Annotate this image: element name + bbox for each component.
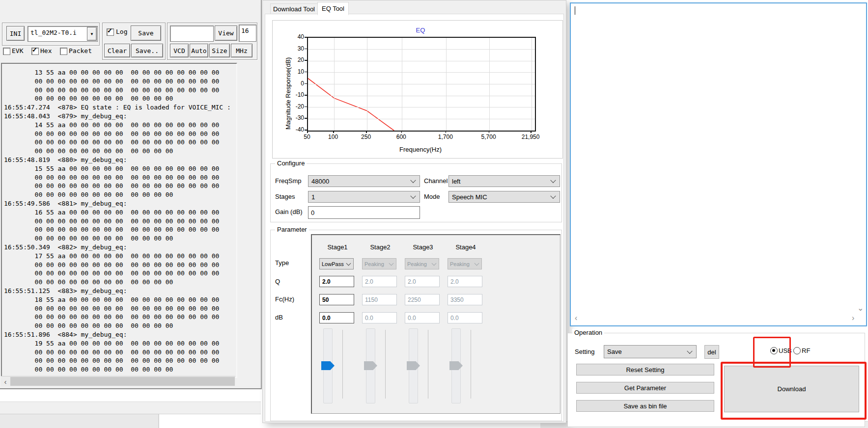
chart-gridline [334, 38, 335, 131]
freqsmp-value: 48000 [311, 178, 329, 185]
hex-checkbox-label: Hex [40, 47, 52, 54]
reset-setting-button[interactable]: Reset Setting [576, 364, 714, 375]
chart-title: EQ [307, 27, 534, 34]
scrollbar-thumb[interactable] [10, 377, 235, 386]
check-icon: ✓ [107, 27, 112, 34]
mode-dropdown[interactable]: Speech MIC [448, 191, 560, 203]
setting-dropdown[interactable]: Save [604, 345, 697, 358]
log-line: 00 00 00 00 00 00 00 00 00 00 00 00 [4, 94, 231, 103]
download-button[interactable]: Download [724, 366, 859, 412]
usb-radio[interactable] [770, 347, 778, 354]
stage-db-input[interactable]: 0.0 [319, 312, 354, 323]
stage-type-dropdown: Peaking [362, 258, 396, 269]
mhz-button[interactable]: MHz [231, 44, 252, 57]
log-checkbox[interactable]: ✓ [107, 28, 114, 36]
vcd-button[interactable]: VCD [170, 44, 189, 57]
log-line: 00 00 00 00 00 00 00 00 00 00 00 00 00 0… [4, 313, 231, 321]
log-line: 00 00 00 00 00 00 00 00 00 00 00 00 [4, 190, 231, 199]
del-button[interactable]: del [704, 345, 719, 359]
scroll-down-icon[interactable]: ⌄ [857, 304, 864, 312]
view-button[interactable]: View [215, 26, 237, 41]
auto-button[interactable]: Auto [190, 44, 208, 57]
chart-gridline [308, 107, 535, 107]
rf-radio[interactable] [793, 347, 801, 354]
slider-tick-line [342, 330, 343, 399]
save-as-button[interactable]: Save.. [131, 44, 163, 57]
setting-value: Save [607, 348, 622, 355]
log-line: 00 00 00 00 00 00 00 00 00 00 00 00 [4, 234, 231, 243]
chart-gridline [308, 49, 535, 50]
stage-fc-input: 2250 [405, 294, 440, 305]
chevron-down-icon [550, 193, 556, 199]
chevron-down-icon [550, 178, 556, 183]
serial-log-window: INI tl_02M2-T0.i ▼ ✓ EVK ✓ Hex ✓ Packet … [0, 0, 262, 389]
tab-download-tool[interactable]: Download Tool [270, 3, 318, 15]
log-line: 00 00 00 00 00 00 00 00 00 00 00 00 00 0… [4, 130, 231, 138]
gain-label: Gain (dB) [275, 208, 303, 215]
chart-y-tick-label: -10 [284, 91, 304, 98]
stage-type-value: LowPass [322, 261, 344, 267]
log-line: 00 00 00 00 00 00 00 00 00 00 00 00 00 0… [4, 138, 231, 147]
clear-button[interactable]: Clear [104, 44, 130, 57]
stage-fc-input[interactable]: 50 [319, 294, 354, 305]
scroll-left-icon[interactable]: ‹ [575, 314, 577, 322]
chart-y-tick-mark [305, 118, 307, 119]
log-line: 00 00 00 00 00 00 00 00 00 00 00 00 [4, 365, 231, 374]
stage-db-input: 0.0 [362, 312, 397, 323]
background-window-strip [0, 401, 261, 414]
scroll-right-icon[interactable]: › [852, 314, 854, 322]
chevron-down-icon [687, 348, 692, 353]
packet-checkbox-label: Packet [69, 47, 92, 54]
profile-dropdown[interactable]: tl_02M2-T0.i ▼ [28, 26, 98, 42]
chart-y-tick-mark [305, 95, 307, 96]
chart-x-tick-label: 1,700 [430, 134, 461, 140]
setting-label: Setting [575, 348, 594, 355]
stage-q-input[interactable]: 2.0 [319, 276, 354, 287]
log-line: 00 00 00 00 00 00 00 00 00 00 00 00 [4, 321, 231, 330]
slider-tick-line [471, 330, 471, 399]
save-button[interactable]: Save [131, 26, 161, 41]
evk-checkbox[interactable]: ✓ [3, 48, 10, 55]
chart-x-tick-label: 5,700 [473, 134, 504, 140]
freqsmp-dropdown[interactable]: 48000 [308, 175, 420, 187]
log-output-area[interactable]: 13 55 aa 00 00 00 00 00 00 00 00 00 00 0… [1, 63, 237, 378]
address-input[interactable] [170, 26, 214, 42]
ini-button[interactable]: INI [6, 26, 25, 41]
chevron-down-icon [410, 193, 416, 199]
tab-eq-tool[interactable]: EQ Tool [317, 2, 349, 15]
stages-label: Stages [275, 193, 295, 200]
chevron-down-icon [410, 178, 416, 183]
screen: INI tl_02M2-T0.i ▼ ✓ EVK ✓ Hex ✓ Packet … [0, 0, 868, 428]
gain-input[interactable]: 0 [308, 206, 420, 219]
channel-dropdown[interactable]: left [448, 175, 560, 187]
stage-type-value: Peaking [407, 261, 427, 267]
scroll-left-icon[interactable]: ‹ [1, 376, 10, 386]
slider-tick-line [428, 330, 428, 399]
chart-x-tick-mark [307, 131, 308, 133]
stage-q-input: 2.0 [362, 276, 397, 287]
log-line: 00 00 00 00 00 00 00 00 00 00 00 00 00 0… [4, 86, 231, 95]
log-line: 16:55:47.274 <878> EQ state : EQ is load… [4, 103, 231, 112]
save-as-bin-button[interactable]: Save as bin file [576, 400, 714, 412]
log-horizontal-scrollbar[interactable]: ‹ [1, 376, 235, 386]
stage-type-dropdown[interactable]: LowPass [319, 258, 354, 269]
log-line: 16 55 aa 00 00 00 00 00 00 00 00 00 00 0… [4, 208, 231, 217]
eq-chart: EQ Magnitude Response(dB) Frequency(Hz) … [272, 20, 563, 159]
chart-y-tick-mark [305, 83, 307, 84]
dropdown-arrow-icon[interactable]: ▼ [87, 27, 97, 41]
chart-gridline [489, 38, 490, 131]
log-line: 15 55 aa 00 00 00 00 00 00 00 00 00 00 0… [4, 164, 231, 173]
log-line: 00 00 00 00 00 00 00 00 00 00 00 00 00 0… [4, 356, 231, 365]
packet-checkbox[interactable]: ✓ [60, 48, 67, 55]
output-textbox[interactable]: ⌄ ‹ › [570, 2, 867, 326]
hex-checkbox[interactable]: ✓ [31, 48, 39, 55]
stages-dropdown[interactable]: 1 [308, 191, 420, 203]
stage-header: Stage1 [319, 243, 356, 251]
text-cursor [575, 6, 575, 15]
view-count-input[interactable]: 16 [239, 25, 256, 42]
stage-fc-input: 1150 [362, 294, 397, 305]
get-parameter-button[interactable]: Get Parameter [576, 382, 714, 394]
size-button[interactable]: Size [209, 44, 230, 57]
chart-y-tick-label: -40 [284, 126, 304, 133]
chart-gridline [402, 38, 402, 131]
